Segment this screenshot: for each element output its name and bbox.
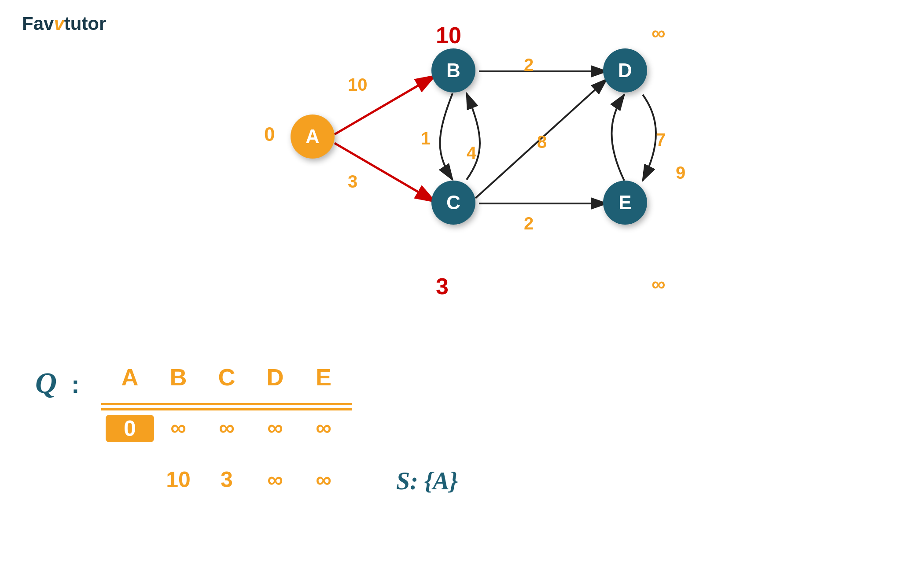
dist-C: 3 — [436, 273, 449, 299]
table-cell-D-r2: ∞ — [251, 467, 299, 492]
edge-weight-BC: 1 — [421, 129, 431, 148]
table-cell-E-r1: ∞ — [299, 415, 348, 442]
table-row-2: 10 3 ∞ ∞ — [106, 467, 348, 492]
node-A-label: A — [306, 126, 320, 148]
s-set-label: S: {A} — [396, 467, 458, 495]
node-D-label: D — [618, 59, 632, 81]
logo-tutor: tutor — [64, 13, 107, 34]
dist-E: ∞ — [652, 273, 665, 295]
table-header-A: A — [106, 363, 154, 391]
table-cell-D-r1: ∞ — [251, 415, 299, 442]
table-cell-A-r2 — [106, 467, 154, 492]
node-C-label: C — [446, 192, 460, 214]
table-header-B: B — [154, 363, 202, 391]
logo-v: v — [54, 13, 64, 34]
edge-weight-ED: 7 — [656, 130, 666, 150]
node-B: B — [431, 48, 475, 92]
logo-fav: Fav — [22, 13, 54, 34]
node-E: E — [603, 181, 647, 225]
table-cell-B-r2: 10 — [154, 467, 202, 492]
table-header-E: E — [299, 363, 348, 391]
table-cell-C-r1: ∞ — [202, 415, 251, 442]
dist-A: 0 — [264, 123, 275, 145]
node-D: D — [603, 48, 647, 92]
table-cell-A-r1: 0 — [106, 415, 154, 442]
node-E-label: E — [618, 192, 631, 214]
table-colon: : — [71, 370, 80, 399]
table-header-D: D — [251, 363, 299, 391]
edge-weight-CE: 2 — [524, 214, 534, 233]
logo: Favvtutor — [22, 13, 106, 34]
table-line-top — [101, 403, 352, 405]
edge-weight-CB: 4 — [467, 143, 476, 163]
node-A: A — [291, 115, 335, 159]
table-cell-E-r2: ∞ — [299, 467, 348, 492]
table-cell-C-r2: 3 — [202, 467, 251, 492]
table-q-label: Q — [35, 366, 57, 400]
table-headers: A B C D E — [106, 363, 348, 391]
dist-D: ∞ — [652, 22, 665, 44]
graph-area: A B C D E 0 10 3 ∞ ∞ 10 3 2 1 4 8 2 7 9 — [176, 13, 880, 344]
node-C: C — [431, 181, 475, 225]
edge-weight-AC: 3 — [348, 172, 357, 192]
edge-weight-CD: 8 — [537, 132, 547, 152]
table-cell-B-r1: ∞ — [154, 415, 202, 442]
edge-weight-DE: 9 — [676, 163, 685, 183]
edge-weight-AB: 10 — [348, 75, 368, 95]
edge-weight-BD: 2 — [524, 55, 534, 75]
node-B-label: B — [446, 59, 460, 81]
table-row-1: 0 ∞ ∞ ∞ ∞ — [106, 415, 348, 442]
dist-B: 10 — [436, 22, 461, 48]
table-header-C: C — [202, 363, 251, 391]
table-line-bottom — [101, 408, 352, 410]
